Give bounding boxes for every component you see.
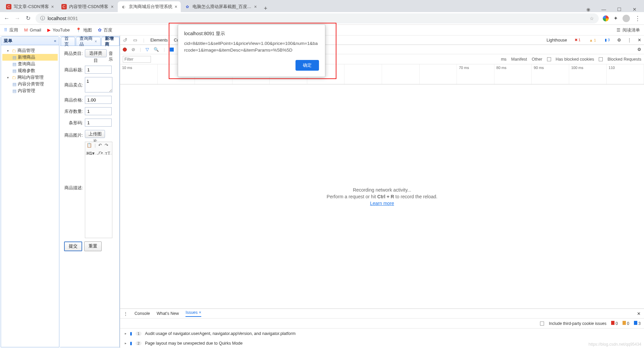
apps-shortcut[interactable]: ⠿应用: [4, 27, 18, 33]
account-icon[interactable]: ◉: [584, 7, 593, 12]
bookmark-youtube[interactable]: ▶YouTube: [47, 27, 70, 32]
maximize-icon[interactable]: ☐: [614, 7, 624, 12]
youtube-icon: ▶: [47, 27, 51, 32]
chrome-toolbar: ← → ↻ ⓘ localhost:8091 ☆ ✦ ⋮: [0, 12, 644, 25]
map-icon: 📍: [76, 27, 81, 32]
profile-icon[interactable]: [623, 15, 630, 22]
url-port: :8091: [66, 16, 78, 21]
favicon-csdn: C: [61, 4, 67, 9]
readlist-icon: ☰: [616, 27, 621, 32]
favicon-csdn: C: [6, 4, 11, 9]
close-window-icon[interactable]: ✕: [630, 7, 639, 12]
tab-title: 京淘商城后台管理系统: [129, 4, 172, 10]
close-tab-icon[interactable]: ×: [175, 4, 177, 9]
window-controls: ◉ — ☐ ✕: [584, 7, 644, 12]
baidu-icon: ✿: [98, 27, 102, 32]
chrome-tab-3[interactable]: ✿ 电脑怎么滑动屏幕截图_百度搜索 ×: [181, 1, 260, 12]
bookmark-baidu[interactable]: ✿百度: [98, 27, 112, 33]
favicon-generic: ◐: [121, 4, 126, 9]
apps-icon: ⠿: [4, 27, 7, 32]
new-tab-button[interactable]: +: [261, 5, 270, 12]
alert-title: localhost:8091 显示: [184, 31, 319, 36]
reload-button[interactable]: ↻: [25, 15, 32, 22]
extensions-row: ✦ ⋮: [603, 15, 641, 22]
site-info-icon[interactable]: ⓘ: [40, 15, 45, 21]
tab-title: 内容管理-CSDN博客: [69, 4, 109, 10]
bookmark-map[interactable]: 📍地图: [76, 27, 92, 33]
back-button[interactable]: ←: [3, 15, 10, 22]
chrome-tab-strip: C 写文章-CSDN博客 × C 内容管理-CSDN博客 × ◐ 京淘商城后台管…: [0, 0, 644, 12]
star-icon[interactable]: ☆: [590, 16, 594, 21]
minimize-icon[interactable]: —: [599, 7, 608, 12]
favicon-baidu: ✿: [185, 4, 190, 9]
address-bar[interactable]: ⓘ localhost:8091 ☆: [36, 13, 599, 23]
gmail-icon: M: [24, 27, 28, 32]
chrome-tab-2[interactable]: ◐ 京淘商城后台管理系统 ×: [118, 1, 181, 12]
forward-button[interactable]: →: [14, 15, 21, 22]
reading-list[interactable]: ☰阅读清单: [616, 27, 640, 33]
bookmark-gmail[interactable]: MGmail: [24, 27, 41, 32]
tab-title: 电脑怎么滑动屏幕截图_百度搜索: [193, 4, 252, 10]
extensions-icon[interactable]: ✦: [613, 15, 618, 21]
chrome-tab-1[interactable]: C 内容管理-CSDN博客 ×: [58, 1, 117, 12]
js-alert-dialog: localhost:8091 显示 cid=8&title=1&sellPoin…: [178, 24, 325, 36]
close-tab-icon[interactable]: ×: [254, 4, 257, 9]
close-tab-icon[interactable]: ×: [51, 4, 54, 9]
url-host: localhost: [48, 16, 66, 21]
close-tab-icon[interactable]: ×: [111, 4, 113, 9]
chrome-tab-0[interactable]: C 写文章-CSDN博客 ×: [3, 1, 57, 12]
chrome-menu-icon[interactable]: ⋮: [635, 15, 641, 22]
extension-icon[interactable]: [603, 15, 609, 21]
tab-title: 写文章-CSDN博客: [14, 4, 49, 10]
